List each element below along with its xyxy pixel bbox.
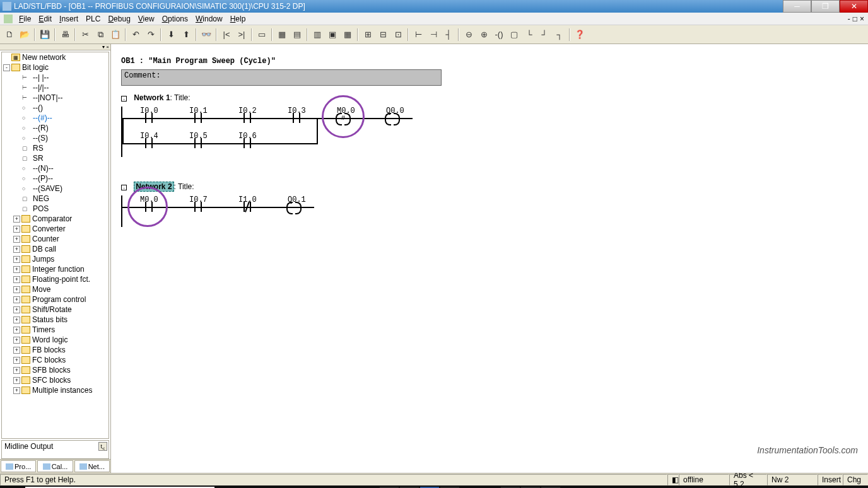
- coil-q00[interactable]: [385, 113, 400, 123]
- element-tree[interactable]: ▦ New network - Bit logic ⊢--| |--⊢--|/|…: [1, 52, 109, 439]
- tb-coil2[interactable]: ⊕: [477, 28, 491, 42]
- expand-icon[interactable]: +: [13, 276, 20, 283]
- tb-coil[interactable]: ⊖: [462, 28, 476, 42]
- contact-i06[interactable]: [240, 138, 255, 148]
- menu-edit[interactable]: Edit: [35, 13, 56, 25]
- expand-icon[interactable]: +: [13, 377, 20, 384]
- tree-bit-item[interactable]: ⊢--|/|--: [2, 83, 108, 93]
- tree-bit-item[interactable]: ▢SR: [2, 153, 108, 163]
- tb-goto-next[interactable]: >|: [235, 28, 249, 42]
- contact-i05[interactable]: [191, 138, 206, 148]
- expand-icon[interactable]: +: [13, 347, 20, 354]
- close-button[interactable]: ✕: [840, 0, 868, 13]
- tb-print[interactable]: 🖶: [58, 28, 72, 42]
- tree-folder[interactable]: +FC blocks: [2, 355, 108, 365]
- tb-br3[interactable]: ┐: [553, 28, 566, 42]
- tb-view5[interactable]: ▦: [341, 28, 355, 42]
- expand-icon[interactable]: +: [13, 317, 20, 323]
- tree-bit-item[interactable]: ⊢--| |--: [2, 73, 108, 83]
- network-1-header[interactable]: - Network 1: Title:: [121, 93, 858, 103]
- contact-i07[interactable]: [191, 202, 206, 212]
- tb-save[interactable]: 💾: [38, 28, 52, 42]
- minimize-button[interactable]: ─: [783, 0, 811, 13]
- menu-file[interactable]: File: [15, 13, 35, 25]
- contact-i01[interactable]: [191, 113, 206, 123]
- contact-i03[interactable]: [289, 113, 304, 123]
- coil-q01[interactable]: [286, 202, 302, 212]
- expand-icon[interactable]: +: [13, 226, 20, 233]
- ladder-network-1[interactable]: I0.0 I0.1 I0.2 I0.3 M0.0 Q0.0 # I0.4: [121, 107, 424, 157]
- tree-bit-item[interactable]: ▢POS: [2, 204, 108, 214]
- tb-monitor[interactable]: 👓: [199, 28, 213, 42]
- tb-redo[interactable]: ↷: [144, 28, 158, 42]
- tree-folder[interactable]: +Jumps: [2, 254, 108, 264]
- tb-cut[interactable]: ✂: [78, 28, 92, 42]
- canvas[interactable]: OB1 : "Main Program Sweep (Cycle)" Comme…: [111, 44, 868, 473]
- expand-icon[interactable]: +: [13, 256, 20, 263]
- tb-branch[interactable]: ┤: [442, 28, 455, 42]
- tb-new[interactable]: 🗋: [3, 28, 16, 42]
- collapse-icon[interactable]: -: [121, 96, 127, 102]
- mdi-max[interactable]: □: [853, 15, 857, 23]
- mdi-close[interactable]: ×: [860, 15, 864, 23]
- tree-new-network[interactable]: ▦ New network: [2, 52, 108, 62]
- expand-icon[interactable]: +: [13, 266, 20, 273]
- menu-insert[interactable]: Insert: [56, 13, 82, 25]
- expand-icon[interactable]: +: [13, 236, 20, 243]
- tree-folder[interactable]: +Move: [2, 284, 108, 294]
- expand-icon[interactable]: +: [13, 337, 20, 344]
- tab-net[interactable]: Net...: [74, 460, 110, 472]
- tb-goto-prev[interactable]: |<: [220, 28, 233, 42]
- tb-open[interactable]: 📂: [18, 28, 32, 42]
- tree-folder[interactable]: +Word logic: [2, 335, 108, 345]
- tree-folder[interactable]: +Counter: [2, 234, 108, 244]
- tb-e2[interactable]: ⊟: [376, 28, 390, 42]
- tree-folder[interactable]: +Timers: [2, 325, 108, 335]
- tree-bit-item[interactable]: ▢NEG: [2, 194, 108, 204]
- tb-copy[interactable]: ⧉: [93, 28, 107, 42]
- start-button[interactable]: [0, 485, 25, 488]
- menu-help[interactable]: Help: [226, 13, 250, 25]
- tree-folder[interactable]: +Converter: [2, 224, 108, 234]
- mdi-min[interactable]: -: [848, 15, 850, 23]
- expand-icon[interactable]: +: [13, 387, 20, 394]
- tree-folder[interactable]: +SFC blocks: [2, 375, 108, 385]
- tree-folder[interactable]: +Floating-point fct.: [2, 274, 108, 284]
- tb-view4[interactable]: ▣: [326, 28, 339, 42]
- contact-i00[interactable]: [141, 113, 156, 123]
- tb-view1[interactable]: ▦: [275, 28, 289, 42]
- expand-icon[interactable]: +: [13, 357, 20, 364]
- tb-download[interactable]: ⬇: [164, 28, 178, 42]
- tree-folder[interactable]: +Program control: [2, 294, 108, 305]
- tree-bit-item[interactable]: ○--(SAVE): [2, 183, 108, 194]
- tree-bit-item[interactable]: ○--(S): [2, 133, 108, 143]
- expand-icon[interactable]: +: [13, 367, 20, 374]
- menu-debug[interactable]: Debug: [104, 13, 134, 25]
- menu-view[interactable]: View: [134, 13, 158, 25]
- tb-contact-no[interactable]: ⊢: [411, 28, 425, 42]
- info-dropdown[interactable]: t<: [98, 442, 107, 451]
- tb-box2[interactable]: ▢: [507, 28, 521, 42]
- tb-help[interactable]: ❓: [573, 28, 587, 42]
- tree-folder[interactable]: +DB call: [2, 244, 108, 254]
- expand-icon[interactable]: +: [13, 246, 20, 253]
- tree-folder[interactable]: +Integer function: [2, 264, 108, 274]
- tree-folder[interactable]: +Comparator: [2, 214, 108, 224]
- tab-program[interactable]: Pro...: [1, 460, 36, 472]
- tab-call[interactable]: Cal...: [37, 460, 73, 472]
- tb-undo[interactable]: ↶: [129, 28, 143, 42]
- tree-bit-item[interactable]: ○--(): [2, 103, 108, 113]
- sb-pin[interactable]: ▾: [102, 44, 105, 50]
- tree-bit-item[interactable]: ○--(R): [2, 123, 108, 133]
- tb-view2[interactable]: ▤: [290, 28, 304, 42]
- tb-e3[interactable]: ⊡: [391, 28, 405, 42]
- tb-br2[interactable]: ┘: [537, 28, 551, 42]
- tree-folder[interactable]: +Status bits: [2, 315, 108, 325]
- tb-e1[interactable]: ⊞: [361, 28, 375, 42]
- expand-icon[interactable]: +: [13, 306, 20, 313]
- tb-view3[interactable]: ▥: [310, 28, 324, 42]
- tree-folder[interactable]: +Multiple instances: [2, 385, 108, 395]
- tree-bit-item[interactable]: ▢RS: [2, 143, 108, 153]
- tree-folder[interactable]: +Shift/Rotate: [2, 305, 108, 315]
- tree-bit-item[interactable]: ○--(P)--: [2, 173, 108, 183]
